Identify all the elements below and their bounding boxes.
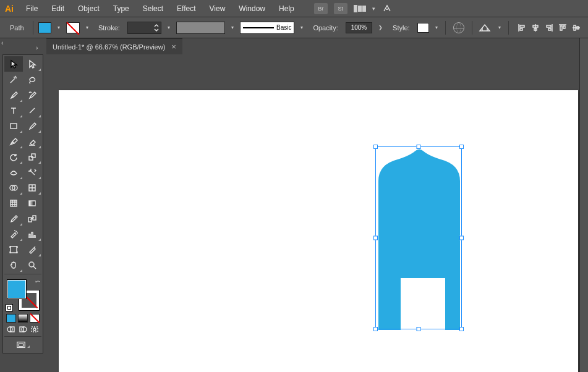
gpu-preview-icon[interactable] [381,3,393,14]
line-segment-tool[interactable] [23,103,41,118]
opacity-dropdown[interactable]: ❯ [376,25,385,30]
lasso-tool[interactable] [23,72,41,87]
selected-shape[interactable] [376,147,462,330]
column-graph-tool[interactable] [23,226,41,242]
svg-rect-2 [32,154,35,158]
stroke-width-dropdown[interactable]: ▾ [165,25,173,30]
color-mode-none[interactable] [30,314,40,323]
stroke-label: Stroke: [95,24,124,32]
svg-point-17 [33,328,36,331]
draw-normal-icon[interactable] [6,325,16,334]
style-dropdown[interactable]: ▾ [433,25,440,30]
color-mode-row [4,313,41,324]
opacity-input[interactable]: 100% [346,22,372,33]
menu-help[interactable]: Help [273,2,300,15]
profile-dropdown[interactable]: ▾ [229,25,236,30]
brush-dropdown[interactable]: ▾ [298,25,305,30]
swap-fill-stroke-icon[interactable]: ⤺ [35,278,40,285]
bridge-icon[interactable]: Br [314,3,328,14]
canvas-area[interactable] [46,54,588,372]
svg-rect-10 [11,247,17,253]
recolor-artwork-icon[interactable] [453,22,464,33]
slice-tool[interactable] [23,242,41,257]
svg-rect-1 [29,156,33,160]
selection-tool[interactable] [4,56,23,72]
fill-color-box[interactable] [7,279,27,299]
stock-icon[interactable]: St [334,3,347,14]
graphic-style-swatch[interactable] [417,23,430,33]
document-tab[interactable]: Untitled-1* @ 66.67% (RGB/Preview) × [46,38,182,54]
stroke-dropdown[interactable]: ▾ [83,25,91,30]
brush-label: Basic [276,24,291,31]
screen-mode-icon[interactable] [16,340,26,349]
color-mode-solid[interactable] [6,314,16,323]
shape-builder-tool[interactable] [4,180,23,195]
free-transform-tool[interactable] [23,164,41,180]
align-top-icon[interactable] [557,22,568,33]
blend-tool[interactable] [23,211,41,226]
svg-rect-16 [32,327,38,332]
artboard[interactable] [59,90,578,372]
align-to-dropdown[interactable]: ▾ [496,25,503,30]
rotate-tool[interactable] [4,149,23,164]
svg-point-15 [22,327,27,332]
zoom-tool[interactable] [23,257,41,273]
eraser-tool[interactable] [23,133,41,149]
eyedropper-tool[interactable] [4,211,23,226]
default-fill-stroke-icon[interactable] [6,304,13,311]
paintbrush-tool[interactable] [23,118,41,133]
menu-edit[interactable]: Edit [45,2,70,15]
menu-file[interactable]: File [20,2,44,15]
arrange-documents-icon[interactable] [354,5,367,12]
fill-stroke-control[interactable]: ⤺ [4,278,41,311]
chevron-down-icon[interactable]: ▾ [372,6,375,12]
shaper-tool[interactable] [4,133,23,149]
type-tool[interactable] [4,103,23,118]
menu-view[interactable]: View [203,2,232,15]
menu-select[interactable]: Select [137,2,169,15]
color-mode-gradient[interactable] [18,314,28,323]
align-vcenter-icon[interactable] [571,22,582,33]
artboard-tool[interactable] [4,242,23,257]
align-buttons [516,22,582,33]
draw-inside-icon[interactable] [30,325,40,334]
hand-tool[interactable] [4,257,23,273]
tools-collapse-icon[interactable]: ›› [36,44,45,52]
direct-selection-tool[interactable] [23,56,41,72]
align-right-icon[interactable] [543,22,555,33]
mesh-tool[interactable] [4,195,23,211]
panel-collapse-icon[interactable]: ‹‹ [1,40,10,47]
variable-width-profile[interactable] [176,22,225,34]
menu-type[interactable]: Type [107,2,135,15]
draw-behind-icon[interactable] [18,325,28,334]
app-logo: Ai [4,3,15,14]
brush-definition[interactable]: Basic [240,22,295,34]
magic-wand-tool[interactable] [4,72,23,87]
svg-point-11 [29,262,34,267]
width-tool[interactable] [4,164,23,180]
menu-object[interactable]: Object [72,2,106,15]
perspective-grid-tool[interactable] [23,180,41,195]
svg-rect-7 [29,201,35,206]
document-tab-title: Untitled-1* @ 66.67% (RGB/Preview) [53,43,165,51]
menu-window[interactable]: Window [232,2,271,15]
stroke-width-input[interactable] [127,22,161,34]
align-left-icon[interactable] [516,22,527,33]
fill-swatch[interactable] [38,22,52,33]
align-to-icon[interactable] [479,23,491,32]
symbol-sprayer-tool[interactable] [4,226,23,242]
menu-effect[interactable]: Effect [171,2,202,15]
pen-tool[interactable] [4,87,23,103]
control-bar: Path ▾ ▾ Stroke: ▾ ▾ Basic ▾ Opacity: 10… [0,17,588,38]
stroke-swatch[interactable] [66,22,80,33]
tab-close-button[interactable]: × [171,42,176,51]
svg-rect-19 [19,344,23,346]
align-hcenter-icon[interactable] [530,22,541,33]
right-panel-collapsed[interactable] [579,38,588,372]
gradient-tool[interactable] [23,195,41,211]
rectangle-tool[interactable] [4,118,23,133]
scale-tool[interactable] [23,149,41,164]
fill-dropdown[interactable]: ▾ [55,25,62,30]
curvature-tool[interactable] [23,87,41,103]
opacity-label: Opacity: [309,24,341,32]
